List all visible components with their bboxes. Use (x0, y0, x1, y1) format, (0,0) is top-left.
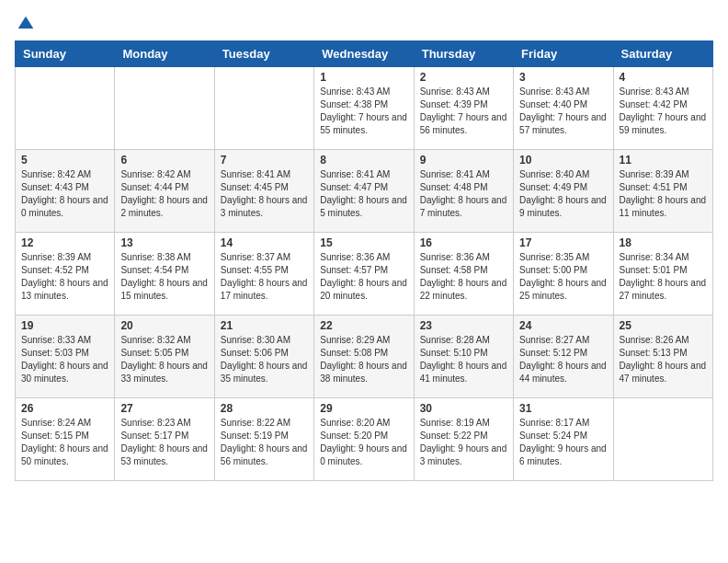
weekday-header: Tuesday (214, 41, 313, 67)
calendar-cell: 11Sunrise: 8:39 AM Sunset: 4:51 PM Dayli… (613, 150, 712, 233)
calendar-cell (115, 67, 214, 150)
svg-marker-0 (18, 17, 34, 29)
calendar-cell: 14Sunrise: 8:37 AM Sunset: 4:55 PM Dayli… (214, 233, 313, 316)
calendar-cell: 24Sunrise: 8:27 AM Sunset: 5:12 PM Dayli… (514, 316, 613, 398)
calendar-cell: 28Sunrise: 8:22 AM Sunset: 5:19 PM Dayli… (214, 398, 313, 481)
calendar-cell: 9Sunrise: 8:41 AM Sunset: 4:48 PM Daylig… (414, 150, 513, 233)
day-number: 5 (21, 154, 108, 167)
day-info: Sunrise: 8:36 AM Sunset: 4:57 PM Dayligh… (320, 251, 407, 303)
day-number: 30 (420, 402, 507, 415)
calendar-cell: 18Sunrise: 8:34 AM Sunset: 5:01 PM Dayli… (613, 233, 712, 316)
calendar-cell: 15Sunrise: 8:36 AM Sunset: 4:57 PM Dayli… (314, 233, 414, 316)
day-info: Sunrise: 8:19 AM Sunset: 5:22 PM Dayligh… (420, 417, 507, 468)
calendar-cell: 3Sunrise: 8:43 AM Sunset: 4:40 PM Daylig… (514, 67, 613, 150)
calendar-cell: 13Sunrise: 8:38 AM Sunset: 4:54 PM Dayli… (115, 233, 214, 316)
weekday-header: Friday (514, 41, 613, 67)
weekday-header: Saturday (613, 41, 712, 67)
day-info: Sunrise: 8:24 AM Sunset: 5:15 PM Dayligh… (21, 417, 108, 468)
calendar-cell: 6Sunrise: 8:42 AM Sunset: 4:44 PM Daylig… (115, 150, 214, 233)
day-info: Sunrise: 8:23 AM Sunset: 5:17 PM Dayligh… (120, 417, 208, 468)
calendar-cell: 23Sunrise: 8:28 AM Sunset: 5:10 PM Dayli… (414, 316, 513, 398)
day-number: 7 (221, 154, 308, 167)
day-info: Sunrise: 8:27 AM Sunset: 5:12 PM Dayligh… (519, 334, 607, 385)
calendar-cell: 22Sunrise: 8:29 AM Sunset: 5:08 PM Dayli… (314, 316, 414, 398)
day-number: 25 (620, 319, 707, 332)
calendar-cell: 21Sunrise: 8:30 AM Sunset: 5:06 PM Dayli… (214, 316, 313, 398)
day-info: Sunrise: 8:30 AM Sunset: 5:06 PM Dayligh… (221, 334, 308, 385)
page-header (15, 15, 713, 33)
calendar-cell: 4Sunrise: 8:43 AM Sunset: 4:42 PM Daylig… (613, 67, 712, 150)
day-number: 29 (320, 402, 407, 415)
calendar-table: SundayMondayTuesdayWednesdayThursdayFrid… (15, 40, 713, 481)
day-number: 12 (21, 236, 108, 249)
day-number: 14 (221, 236, 308, 249)
day-info: Sunrise: 8:43 AM Sunset: 4:38 PM Dayligh… (320, 86, 407, 137)
day-info: Sunrise: 8:40 AM Sunset: 4:49 PM Dayligh… (519, 168, 607, 220)
day-number: 31 (519, 402, 607, 415)
day-number: 28 (221, 402, 308, 415)
day-number: 4 (620, 71, 707, 84)
day-number: 26 (21, 402, 108, 415)
logo-icon (17, 15, 35, 33)
day-number: 23 (420, 319, 507, 332)
day-info: Sunrise: 8:26 AM Sunset: 5:13 PM Dayligh… (620, 334, 707, 385)
weekday-header: Sunday (16, 41, 115, 67)
day-number: 20 (120, 319, 208, 332)
logo (15, 15, 35, 33)
day-number: 1 (320, 71, 407, 84)
calendar-cell: 31Sunrise: 8:17 AM Sunset: 5:24 PM Dayli… (514, 398, 613, 481)
day-info: Sunrise: 8:36 AM Sunset: 4:58 PM Dayligh… (420, 251, 507, 303)
day-number: 6 (120, 154, 208, 167)
day-info: Sunrise: 8:43 AM Sunset: 4:42 PM Dayligh… (620, 86, 707, 137)
day-info: Sunrise: 8:42 AM Sunset: 4:43 PM Dayligh… (21, 168, 108, 220)
calendar-cell: 27Sunrise: 8:23 AM Sunset: 5:17 PM Dayli… (115, 398, 214, 481)
day-info: Sunrise: 8:17 AM Sunset: 5:24 PM Dayligh… (519, 417, 607, 468)
day-number: 18 (620, 236, 707, 249)
calendar-week-row: 26Sunrise: 8:24 AM Sunset: 5:15 PM Dayli… (16, 398, 713, 481)
weekday-header: Wednesday (314, 41, 414, 67)
calendar-cell: 17Sunrise: 8:35 AM Sunset: 5:00 PM Dayli… (514, 233, 613, 316)
day-number: 24 (519, 319, 607, 332)
day-number: 8 (320, 154, 407, 167)
day-number: 11 (620, 154, 707, 167)
day-number: 3 (519, 71, 607, 84)
calendar-cell: 12Sunrise: 8:39 AM Sunset: 4:52 PM Dayli… (16, 233, 115, 316)
calendar-week-row: 19Sunrise: 8:33 AM Sunset: 5:03 PM Dayli… (16, 316, 713, 398)
day-info: Sunrise: 8:43 AM Sunset: 4:39 PM Dayligh… (420, 86, 507, 137)
day-info: Sunrise: 8:29 AM Sunset: 5:08 PM Dayligh… (320, 334, 407, 385)
day-info: Sunrise: 8:32 AM Sunset: 5:05 PM Dayligh… (120, 334, 208, 385)
day-info: Sunrise: 8:39 AM Sunset: 4:51 PM Dayligh… (620, 168, 707, 220)
day-number: 16 (420, 236, 507, 249)
day-info: Sunrise: 8:20 AM Sunset: 5:20 PM Dayligh… (320, 417, 407, 468)
calendar-cell: 25Sunrise: 8:26 AM Sunset: 5:13 PM Dayli… (613, 316, 712, 398)
calendar-cell: 16Sunrise: 8:36 AM Sunset: 4:58 PM Dayli… (414, 233, 513, 316)
day-number: 13 (120, 236, 208, 249)
day-info: Sunrise: 8:41 AM Sunset: 4:47 PM Dayligh… (320, 168, 407, 220)
calendar-cell: 20Sunrise: 8:32 AM Sunset: 5:05 PM Dayli… (115, 316, 214, 398)
day-number: 9 (420, 154, 507, 167)
calendar-cell: 8Sunrise: 8:41 AM Sunset: 4:47 PM Daylig… (314, 150, 414, 233)
calendar-cell: 10Sunrise: 8:40 AM Sunset: 4:49 PM Dayli… (514, 150, 613, 233)
calendar-cell: 26Sunrise: 8:24 AM Sunset: 5:15 PM Dayli… (16, 398, 115, 481)
calendar-week-row: 1Sunrise: 8:43 AM Sunset: 4:38 PM Daylig… (16, 67, 713, 150)
calendar-cell: 7Sunrise: 8:41 AM Sunset: 4:45 PM Daylig… (214, 150, 313, 233)
calendar-cell: 29Sunrise: 8:20 AM Sunset: 5:20 PM Dayli… (314, 398, 414, 481)
day-number: 2 (420, 71, 507, 84)
calendar-week-row: 5Sunrise: 8:42 AM Sunset: 4:43 PM Daylig… (16, 150, 713, 233)
calendar-cell (16, 67, 115, 150)
weekday-header: Thursday (414, 41, 513, 67)
day-info: Sunrise: 8:38 AM Sunset: 4:54 PM Dayligh… (120, 251, 208, 303)
day-info: Sunrise: 8:41 AM Sunset: 4:48 PM Dayligh… (420, 168, 507, 220)
calendar-cell: 5Sunrise: 8:42 AM Sunset: 4:43 PM Daylig… (16, 150, 115, 233)
day-number: 22 (320, 319, 407, 332)
calendar-header-row: SundayMondayTuesdayWednesdayThursdayFrid… (16, 41, 713, 67)
calendar-week-row: 12Sunrise: 8:39 AM Sunset: 4:52 PM Dayli… (16, 233, 713, 316)
day-info: Sunrise: 8:37 AM Sunset: 4:55 PM Dayligh… (221, 251, 308, 303)
calendar-cell: 19Sunrise: 8:33 AM Sunset: 5:03 PM Dayli… (16, 316, 115, 398)
day-info: Sunrise: 8:33 AM Sunset: 5:03 PM Dayligh… (21, 334, 108, 385)
calendar-cell (214, 67, 313, 150)
day-info: Sunrise: 8:43 AM Sunset: 4:40 PM Dayligh… (519, 86, 607, 137)
calendar-cell: 30Sunrise: 8:19 AM Sunset: 5:22 PM Dayli… (414, 398, 513, 481)
day-info: Sunrise: 8:34 AM Sunset: 5:01 PM Dayligh… (620, 251, 707, 303)
day-number: 19 (21, 319, 108, 332)
